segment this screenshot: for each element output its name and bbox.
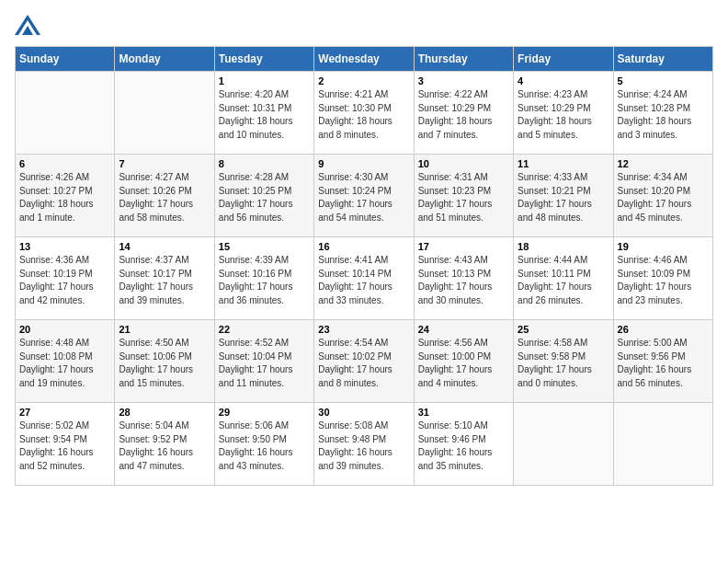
page-header xyxy=(15,15,713,35)
calendar-header: SundayMondayTuesdayWednesdayThursdayFrid… xyxy=(16,47,713,72)
day-info: Sunrise: 4:26 AM Sunset: 10:27 PM Daylig… xyxy=(19,171,110,224)
calendar-table: SundayMondayTuesdayWednesdayThursdayFrid… xyxy=(15,46,713,486)
day-cell: 14Sunrise: 4:37 AM Sunset: 10:17 PM Dayl… xyxy=(115,237,214,320)
day-cell xyxy=(613,403,712,486)
header-cell-wednesday: Wednesday xyxy=(314,47,414,72)
day-info: Sunrise: 4:31 AM Sunset: 10:23 PM Daylig… xyxy=(418,171,509,224)
day-number: 27 xyxy=(19,407,110,418)
day-cell: 18Sunrise: 4:44 AM Sunset: 10:11 PM Dayl… xyxy=(514,237,613,320)
day-number: 5 xyxy=(618,75,709,86)
day-number: 25 xyxy=(518,324,609,335)
day-cell: 20Sunrise: 4:48 AM Sunset: 10:08 PM Dayl… xyxy=(16,320,115,403)
day-cell: 31Sunrise: 5:10 AM Sunset: 9:46 PM Dayli… xyxy=(414,403,513,486)
day-info: Sunrise: 4:23 AM Sunset: 10:29 PM Daylig… xyxy=(518,88,609,142)
logo-icon xyxy=(15,15,40,35)
day-cell: 16Sunrise: 4:41 AM Sunset: 10:14 PM Dayl… xyxy=(314,237,414,320)
week-row-1: 1Sunrise: 4:20 AM Sunset: 10:31 PM Dayli… xyxy=(16,72,713,155)
day-number: 17 xyxy=(418,241,509,252)
week-row-4: 20Sunrise: 4:48 AM Sunset: 10:08 PM Dayl… xyxy=(16,320,713,403)
day-info: Sunrise: 4:20 AM Sunset: 10:31 PM Daylig… xyxy=(219,88,310,142)
day-info: Sunrise: 5:00 AM Sunset: 9:56 PM Dayligh… xyxy=(618,337,709,390)
day-number: 15 xyxy=(219,241,310,252)
day-info: Sunrise: 4:56 AM Sunset: 10:00 PM Daylig… xyxy=(418,337,509,390)
day-cell: 13Sunrise: 4:36 AM Sunset: 10:19 PM Dayl… xyxy=(16,237,115,320)
day-info: Sunrise: 5:06 AM Sunset: 9:50 PM Dayligh… xyxy=(219,419,310,473)
day-number: 12 xyxy=(618,158,709,169)
day-number: 31 xyxy=(418,407,509,418)
day-info: Sunrise: 4:50 AM Sunset: 10:06 PM Daylig… xyxy=(119,337,210,390)
day-cell: 3Sunrise: 4:22 AM Sunset: 10:29 PM Dayli… xyxy=(414,72,513,155)
day-number: 26 xyxy=(618,324,709,335)
day-info: Sunrise: 4:41 AM Sunset: 10:14 PM Daylig… xyxy=(318,254,409,307)
day-info: Sunrise: 4:39 AM Sunset: 10:16 PM Daylig… xyxy=(219,254,310,307)
day-info: Sunrise: 4:48 AM Sunset: 10:08 PM Daylig… xyxy=(19,337,110,390)
day-number: 4 xyxy=(518,75,609,86)
day-cell: 21Sunrise: 4:50 AM Sunset: 10:06 PM Dayl… xyxy=(115,320,214,403)
day-number: 30 xyxy=(318,407,409,418)
day-cell: 4Sunrise: 4:23 AM Sunset: 10:29 PM Dayli… xyxy=(514,72,613,155)
day-number: 29 xyxy=(219,407,310,418)
day-number: 18 xyxy=(518,241,609,252)
day-cell: 7Sunrise: 4:27 AM Sunset: 10:26 PM Dayli… xyxy=(115,155,214,237)
day-number: 28 xyxy=(119,407,210,418)
week-row-2: 6Sunrise: 4:26 AM Sunset: 10:27 PM Dayli… xyxy=(16,155,713,237)
day-cell xyxy=(514,403,613,486)
day-number: 11 xyxy=(518,158,609,169)
day-number: 2 xyxy=(318,75,409,86)
day-info: Sunrise: 4:22 AM Sunset: 10:29 PM Daylig… xyxy=(418,88,509,142)
day-cell: 25Sunrise: 4:58 AM Sunset: 9:58 PM Dayli… xyxy=(514,320,613,403)
day-info: Sunrise: 4:44 AM Sunset: 10:11 PM Daylig… xyxy=(518,254,609,307)
day-cell: 23Sunrise: 4:54 AM Sunset: 10:02 PM Dayl… xyxy=(314,320,414,403)
header-cell-friday: Friday xyxy=(514,47,613,72)
day-cell: 30Sunrise: 5:08 AM Sunset: 9:48 PM Dayli… xyxy=(314,403,414,486)
day-cell: 1Sunrise: 4:20 AM Sunset: 10:31 PM Dayli… xyxy=(214,72,313,155)
day-number: 21 xyxy=(119,324,210,335)
day-info: Sunrise: 4:28 AM Sunset: 10:25 PM Daylig… xyxy=(219,171,310,224)
day-number: 13 xyxy=(19,241,110,252)
header-cell-tuesday: Tuesday xyxy=(214,47,313,72)
day-cell: 15Sunrise: 4:39 AM Sunset: 10:16 PM Dayl… xyxy=(214,237,313,320)
day-cell: 22Sunrise: 4:52 AM Sunset: 10:04 PM Dayl… xyxy=(214,320,313,403)
day-number: 16 xyxy=(318,241,409,252)
week-row-3: 13Sunrise: 4:36 AM Sunset: 10:19 PM Dayl… xyxy=(16,237,713,320)
header-cell-saturday: Saturday xyxy=(613,47,712,72)
day-info: Sunrise: 4:37 AM Sunset: 10:17 PM Daylig… xyxy=(119,254,210,307)
day-number: 20 xyxy=(19,324,110,335)
day-cell: 5Sunrise: 4:24 AM Sunset: 10:28 PM Dayli… xyxy=(613,72,712,155)
day-info: Sunrise: 4:24 AM Sunset: 10:28 PM Daylig… xyxy=(618,88,709,142)
day-info: Sunrise: 4:27 AM Sunset: 10:26 PM Daylig… xyxy=(119,171,210,224)
day-number: 1 xyxy=(219,75,310,86)
day-cell: 17Sunrise: 4:43 AM Sunset: 10:13 PM Dayl… xyxy=(414,237,513,320)
day-cell: 10Sunrise: 4:31 AM Sunset: 10:23 PM Dayl… xyxy=(414,155,513,237)
day-cell: 19Sunrise: 4:46 AM Sunset: 10:09 PM Dayl… xyxy=(613,237,712,320)
day-cell: 2Sunrise: 4:21 AM Sunset: 10:30 PM Dayli… xyxy=(314,72,414,155)
day-cell: 9Sunrise: 4:30 AM Sunset: 10:24 PM Dayli… xyxy=(314,155,414,237)
logo xyxy=(15,15,44,35)
day-cell: 26Sunrise: 5:00 AM Sunset: 9:56 PM Dayli… xyxy=(613,320,712,403)
day-number: 14 xyxy=(119,241,210,252)
day-info: Sunrise: 4:58 AM Sunset: 9:58 PM Dayligh… xyxy=(518,337,609,390)
day-info: Sunrise: 4:21 AM Sunset: 10:30 PM Daylig… xyxy=(318,88,409,142)
day-number: 10 xyxy=(418,158,509,169)
day-info: Sunrise: 4:54 AM Sunset: 10:02 PM Daylig… xyxy=(318,337,409,390)
day-number: 23 xyxy=(318,324,409,335)
day-cell: 12Sunrise: 4:34 AM Sunset: 10:20 PM Dayl… xyxy=(613,155,712,237)
day-number: 8 xyxy=(219,158,310,169)
day-number: 24 xyxy=(418,324,509,335)
header-row: SundayMondayTuesdayWednesdayThursdayFrid… xyxy=(16,47,713,72)
day-number: 22 xyxy=(219,324,310,335)
day-info: Sunrise: 5:02 AM Sunset: 9:54 PM Dayligh… xyxy=(19,419,110,473)
day-number: 19 xyxy=(618,241,709,252)
day-cell: 6Sunrise: 4:26 AM Sunset: 10:27 PM Dayli… xyxy=(16,155,115,237)
day-cell: 11Sunrise: 4:33 AM Sunset: 10:21 PM Dayl… xyxy=(514,155,613,237)
day-info: Sunrise: 4:43 AM Sunset: 10:13 PM Daylig… xyxy=(418,254,509,307)
day-cell: 8Sunrise: 4:28 AM Sunset: 10:25 PM Dayli… xyxy=(214,155,313,237)
day-cell: 24Sunrise: 4:56 AM Sunset: 10:00 PM Dayl… xyxy=(414,320,513,403)
day-number: 6 xyxy=(19,158,110,169)
day-info: Sunrise: 4:52 AM Sunset: 10:04 PM Daylig… xyxy=(219,337,310,390)
day-info: Sunrise: 4:36 AM Sunset: 10:19 PM Daylig… xyxy=(19,254,110,307)
day-info: Sunrise: 5:10 AM Sunset: 9:46 PM Dayligh… xyxy=(418,419,509,473)
header-cell-sunday: Sunday xyxy=(16,47,115,72)
week-row-5: 27Sunrise: 5:02 AM Sunset: 9:54 PM Dayli… xyxy=(16,403,713,486)
calendar-body: 1Sunrise: 4:20 AM Sunset: 10:31 PM Dayli… xyxy=(16,72,713,486)
